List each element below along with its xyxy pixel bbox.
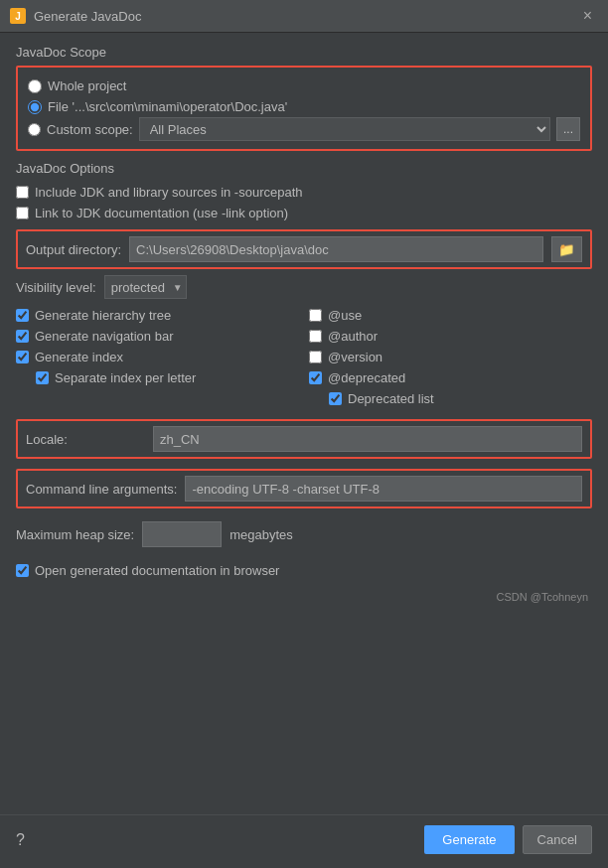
custom-scope-label[interactable]: Custom scope: xyxy=(47,122,133,137)
close-button[interactable]: × xyxy=(577,6,598,26)
locale-label: Locale: xyxy=(26,432,145,447)
visibility-select-wrap: public protected package private xyxy=(104,275,187,299)
title-bar: J Generate JavaDoc × xyxy=(0,0,608,33)
cmdline-section: Command line arguments: xyxy=(16,469,592,508)
scope-border: Whole project File '...\src\com\minami\o… xyxy=(16,66,592,151)
file-option-label[interactable]: File '...\src\com\minami\operator\Doc.ja… xyxy=(48,99,287,114)
visibility-row: Visibility level: public protected packa… xyxy=(16,275,592,299)
cmdline-label: Command line arguments: xyxy=(26,482,177,497)
link-jdk-row: Link to JDK documentation (use -link opt… xyxy=(16,203,592,223)
scope-section: JavaDoc Scope Whole project File '...\sr… xyxy=(16,45,592,151)
folder-icon: 📁 xyxy=(558,242,575,257)
sep-index-checkbox[interactable] xyxy=(36,371,49,384)
whole-project-radio[interactable] xyxy=(28,79,42,93)
custom-scope-select[interactable]: All Places xyxy=(139,117,550,141)
visibility-select[interactable]: public protected package private xyxy=(104,275,187,299)
help-button[interactable]: ? xyxy=(16,831,25,849)
file-option-radio[interactable] xyxy=(28,100,42,114)
version-label[interactable]: @version xyxy=(328,350,382,364)
dialog: J Generate JavaDoc × JavaDoc Scope Whole… xyxy=(0,0,608,868)
gen-nav-label[interactable]: Generate navigation bar xyxy=(35,329,173,344)
generate-button[interactable]: Generate xyxy=(424,825,514,854)
link-jdk-checkbox[interactable] xyxy=(16,207,29,219)
gen-nav-checkbox[interactable] xyxy=(16,330,29,343)
gen-hierarchy-row: Generate hierarchy tree xyxy=(16,305,299,326)
version-row: @version xyxy=(309,347,592,367)
locale-input[interactable] xyxy=(153,426,582,452)
scope-section-label: JavaDoc Scope xyxy=(16,45,592,60)
output-dir-folder-button[interactable]: 📁 xyxy=(551,236,582,262)
include-jdk-row: Include JDK and library sources in -sour… xyxy=(16,182,592,203)
use-checkbox[interactable] xyxy=(309,309,322,322)
dep-list-label[interactable]: Deprecated list xyxy=(348,391,434,406)
whole-project-label[interactable]: Whole project xyxy=(48,78,126,93)
version-checkbox[interactable] xyxy=(309,351,322,363)
dialog-content: JavaDoc Scope Whole project File '...\sr… xyxy=(0,33,608,814)
whole-project-row: Whole project xyxy=(28,75,580,96)
heap-unit: megabytes xyxy=(229,527,293,542)
author-row: @author xyxy=(309,326,592,347)
custom-scope-more-button[interactable]: ... xyxy=(556,117,580,141)
gen-hierarchy-checkbox[interactable] xyxy=(16,309,29,322)
sep-index-row: Separate index per letter xyxy=(16,367,299,388)
open-browser-label[interactable]: Open generated documentation in browser xyxy=(35,563,279,578)
cmdline-input[interactable] xyxy=(185,476,582,502)
deprecated-row: @deprecated xyxy=(309,367,592,388)
include-jdk-label[interactable]: Include JDK and library sources in -sour… xyxy=(35,185,303,200)
output-dir-section: Output directory: 📁 xyxy=(16,229,592,269)
watermark: CSDN @Tcohneyn xyxy=(16,591,592,603)
locale-section: Locale: xyxy=(16,419,592,459)
use-label[interactable]: @use xyxy=(328,308,362,323)
custom-scope-row: Custom scope: All Places ... xyxy=(28,117,580,141)
author-label[interactable]: @author xyxy=(328,329,378,344)
heap-input[interactable] xyxy=(142,521,222,547)
deprecated-label[interactable]: @deprecated xyxy=(328,370,405,385)
output-dir-label: Output directory: xyxy=(26,242,121,257)
checkboxes-grid: Generate hierarchy tree Generate navigat… xyxy=(16,305,592,409)
options-section: JavaDoc Options Include JDK and library … xyxy=(16,161,592,409)
dep-list-row: Deprecated list xyxy=(309,388,592,409)
custom-scope-radio[interactable] xyxy=(28,123,41,136)
dep-list-checkbox[interactable] xyxy=(329,392,342,405)
heap-label: Maximum heap size: xyxy=(16,527,134,542)
gen-hierarchy-label[interactable]: Generate hierarchy tree xyxy=(35,308,171,323)
checkboxes-right: @use @author @version @deprecated xyxy=(309,305,592,409)
gen-index-checkbox[interactable] xyxy=(16,351,29,363)
open-browser-row: Open generated documentation in browser xyxy=(16,560,592,581)
deprecated-checkbox[interactable] xyxy=(309,371,322,384)
footer: ? Generate Cancel xyxy=(0,814,608,868)
gen-index-row: Generate index xyxy=(16,347,299,367)
gen-index-label[interactable]: Generate index xyxy=(35,350,123,364)
checkboxes-left: Generate hierarchy tree Generate navigat… xyxy=(16,305,299,409)
open-browser-checkbox[interactable] xyxy=(16,564,29,577)
app-icon: J xyxy=(10,8,26,24)
heap-row: Maximum heap size: megabytes xyxy=(16,518,592,550)
use-row: @use xyxy=(309,305,592,326)
file-option-row: File '...\src\com\minami\operator\Doc.ja… xyxy=(28,96,580,117)
gen-nav-row: Generate navigation bar xyxy=(16,326,299,347)
include-jdk-checkbox[interactable] xyxy=(16,186,29,199)
output-dir-input[interactable] xyxy=(129,236,543,262)
visibility-label: Visibility level: xyxy=(16,280,96,295)
dialog-title: Generate JavaDoc xyxy=(34,9,569,24)
sep-index-label[interactable]: Separate index per letter xyxy=(55,370,196,385)
author-checkbox[interactable] xyxy=(309,330,322,343)
options-section-label: JavaDoc Options xyxy=(16,161,592,176)
footer-buttons: Generate Cancel xyxy=(424,825,592,854)
link-jdk-label[interactable]: Link to JDK documentation (use -link opt… xyxy=(35,206,288,220)
cancel-button[interactable]: Cancel xyxy=(523,825,592,854)
